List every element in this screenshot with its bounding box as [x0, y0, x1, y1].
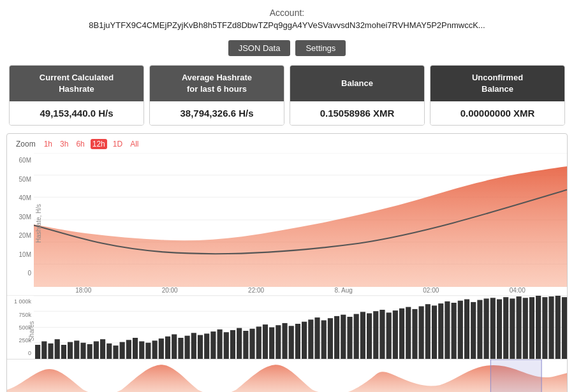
svg-rect-80 — [477, 300, 482, 359]
svg-rect-42 — [230, 330, 235, 359]
zoom-all[interactable]: All — [128, 139, 140, 149]
account-address: 8B1juYTFX9C4CMEjPZyjKvBh8h5TFZd8DbwTZPq9… — [6, 20, 568, 30]
svg-rect-29 — [145, 343, 151, 359]
zoom-1h[interactable]: 1h — [42, 139, 54, 149]
zoom-12h[interactable]: 12h — [91, 139, 107, 149]
svg-rect-54 — [308, 320, 313, 359]
svg-rect-27 — [133, 338, 138, 359]
svg-rect-92 — [556, 296, 561, 359]
svg-rect-84 — [503, 298, 508, 359]
svg-rect-56 — [321, 321, 327, 359]
zoom-1d[interactable]: 1D — [111, 139, 124, 149]
svg-rect-79 — [471, 302, 476, 359]
svg-rect-18 — [74, 341, 79, 359]
svg-rect-16 — [61, 345, 66, 359]
svg-rect-44 — [243, 331, 248, 359]
svg-rect-35 — [185, 336, 190, 359]
zoom-6h[interactable]: 6h — [74, 139, 86, 149]
settings-button[interactable]: Settings — [295, 40, 346, 56]
svg-rect-38 — [204, 334, 209, 359]
stat-header-unconfirmed: UnconfirmedBalance — [430, 66, 564, 101]
svg-rect-66 — [386, 313, 392, 359]
svg-rect-89 — [536, 296, 541, 359]
svg-rect-83 — [497, 300, 502, 359]
svg-rect-15 — [55, 340, 60, 359]
svg-rect-39 — [210, 331, 216, 359]
svg-rect-48 — [269, 328, 274, 359]
svg-rect-40 — [217, 330, 223, 359]
mini-area — [7, 365, 567, 392]
shares-chart-area: Shares — [34, 296, 567, 359]
svg-rect-32 — [165, 337, 170, 359]
svg-rect-71 — [419, 307, 424, 359]
hashrate-area — [34, 166, 567, 287]
svg-rect-76 — [452, 303, 457, 359]
svg-rect-57 — [328, 319, 333, 359]
svg-rect-69 — [406, 307, 411, 359]
svg-rect-74 — [438, 303, 443, 359]
svg-rect-64 — [373, 312, 378, 359]
zoom-label: Zoom — [16, 140, 36, 149]
svg-rect-33 — [172, 335, 177, 359]
svg-rect-13 — [41, 342, 47, 359]
svg-rect-60 — [347, 317, 352, 359]
svg-rect-20 — [87, 344, 92, 359]
stat-value-avg-hashrate: 38,794,326.6 H/s — [150, 101, 284, 125]
svg-rect-81 — [484, 299, 489, 359]
chart-container: Zoom 1h 3h 6h 12h 1D All 60M 50M 40M 30M… — [6, 133, 568, 392]
shares-chart-wrapper: 1 000k 750k 500k 250k 0 Shares — [7, 295, 567, 359]
svg-rect-77 — [458, 301, 463, 359]
svg-rect-25 — [120, 342, 125, 359]
svg-rect-58 — [334, 316, 339, 359]
svg-rect-34 — [178, 338, 183, 359]
svg-rect-70 — [412, 309, 417, 359]
svg-rect-75 — [445, 301, 450, 359]
svg-rect-24 — [113, 345, 118, 359]
zoom-3h[interactable]: 3h — [58, 139, 70, 149]
svg-rect-63 — [367, 314, 372, 359]
svg-rect-91 — [548, 296, 554, 359]
svg-rect-49 — [276, 326, 281, 359]
svg-rect-23 — [107, 344, 112, 359]
svg-rect-88 — [529, 298, 534, 359]
svg-rect-21 — [94, 342, 99, 359]
svg-rect-72 — [425, 305, 430, 359]
hashrate-svg — [34, 153, 567, 287]
action-buttons: JSON Data Settings — [0, 40, 574, 56]
svg-rect-59 — [341, 315, 346, 359]
svg-rect-19 — [80, 343, 85, 359]
svg-rect-78 — [464, 300, 469, 359]
stat-value-balance: 0.15058986 XMR — [290, 101, 424, 125]
svg-rect-61 — [354, 314, 359, 359]
svg-rect-30 — [152, 341, 158, 359]
account-label: Account: — [6, 8, 568, 18]
hashrate-chart-wrapper: 60M 50M 40M 30M 20M 10M 0 Hashrate, H/s — [7, 153, 567, 287]
hashrate-axis-label: Hashrate, H/s — [35, 204, 42, 243]
svg-rect-87 — [523, 298, 528, 359]
svg-rect-85 — [510, 299, 515, 359]
svg-rect-93 — [562, 298, 567, 359]
svg-rect-36 — [191, 333, 196, 359]
shares-axis-label: Shares — [28, 321, 35, 342]
svg-rect-31 — [159, 338, 164, 359]
svg-rect-22 — [100, 340, 105, 359]
stat-card-hashrate: Current CalculatedHashrate 49,153,440.0 … — [9, 65, 144, 126]
svg-rect-45 — [249, 329, 254, 359]
svg-rect-62 — [360, 312, 365, 359]
svg-rect-43 — [237, 328, 242, 359]
stat-value-unconfirmed: 0.00000000 XMR — [430, 101, 564, 125]
stat-card-balance: Balance 0.15058986 XMR — [290, 65, 425, 126]
json-data-button[interactable]: JSON Data — [228, 40, 291, 56]
svg-rect-12 — [35, 345, 40, 359]
stat-card-unconfirmed: UnconfirmedBalance 0.00000000 XMR — [430, 65, 565, 126]
stats-row: Current CalculatedHashrate 49,153,440.0 … — [0, 65, 574, 126]
page-header: Account: 8B1juYTFX9C4CMEjPZyjKvBh8h5TFZd… — [0, 0, 574, 40]
mini-chart-svg — [7, 359, 567, 392]
stat-value-hashrate: 49,153,440.0 H/s — [10, 101, 144, 125]
svg-rect-47 — [263, 324, 268, 359]
svg-rect-46 — [256, 327, 261, 359]
zoom-controls: Zoom 1h 3h 6h 12h 1D All — [7, 139, 567, 153]
svg-rect-55 — [314, 317, 320, 359]
svg-rect-67 — [393, 310, 398, 359]
mini-selection — [490, 359, 541, 392]
